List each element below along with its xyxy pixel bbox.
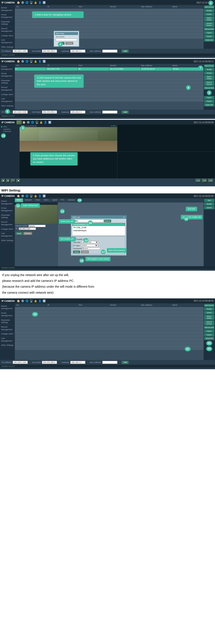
btn4-delete[interactable]: Delete <box>204 206 214 209</box>
btn-add-device[interactable]: Add Device <box>204 5 214 8</box>
sidebar4-group-mgmt[interactable]: Group Management <box>0 206 15 213</box>
ip-address-input[interactable] <box>13 50 28 52</box>
sidebar5-user-mgmt[interactable]: User Management <box>0 336 15 343</box>
btn-1x1[interactable]: 1x1 <box>196 179 201 182</box>
wifi-item-1[interactable]: HomeNetwork_5G <box>72 223 125 226</box>
wifi-password-input[interactable] <box>83 247 100 250</box>
table-row[interactable] <box>15 71 203 74</box>
sidebar4-param-settings[interactable]: Parameter Settings <box>0 213 15 220</box>
icon-monitor-2[interactable]: 🖥️ <box>30 60 33 63</box>
icon-network[interactable]: 🌐 <box>25 1 29 4</box>
btn5-manual-add[interactable]: Manual Add <box>204 326 214 329</box>
table-row[interactable] <box>15 338 203 341</box>
wifi-results-list[interactable]: HomeNetwork_5G TP-LINK_2A4B AndroidHotsp… <box>72 223 125 236</box>
table-row[interactable] <box>15 26 203 29</box>
btn4-modify[interactable]: Modify <box>204 202 214 206</box>
subnet-input[interactable] <box>42 50 57 52</box>
icon-network-2[interactable]: 🌐 <box>25 60 29 63</box>
sidebar-linkage-alarm[interactable]: Linkage Alarm <box>0 34 15 38</box>
icon-person-5[interactable]: 👤 <box>38 299 42 303</box>
sidebar-group-mgmt[interactable]: Group Management <box>0 13 15 20</box>
icon-monitor[interactable]: 🖥️ <box>30 1 33 4</box>
icon-lock-2[interactable]: 🔒 <box>34 60 38 63</box>
add-button[interactable]: Add <box>122 50 129 52</box>
table-row[interactable] <box>15 314 203 317</box>
table-row[interactable] <box>15 317 203 321</box>
icon-settings-4[interactable]: ⚙️ <box>21 194 25 198</box>
table-row[interactable] <box>15 321 203 324</box>
tree-root[interactable]: ▶ area <box>1 126 19 128</box>
sidebar2-user-mgmt[interactable]: User Management <box>0 97 15 104</box>
cancel-button[interactable]: Cancel <box>65 42 73 45</box>
icon-info-2[interactable]: ℹ️ <box>42 60 46 63</box>
icon-monitor-4[interactable]: 🖥️ <box>30 194 33 198</box>
tab-agent[interactable]: Agent <box>50 198 59 202</box>
btn-record[interactable]: ⏺ <box>16 179 21 182</box>
btn2-export[interactable]: Export <box>204 100 214 103</box>
table-row[interactable] <box>15 33 203 36</box>
btn5-import[interactable]: Import <box>204 330 214 333</box>
btn-play[interactable]: ▶ <box>2 179 5 182</box>
sidebar4-record-mgmt[interactable]: Record Management <box>0 220 15 227</box>
btn5-add-device[interactable]: Add Device <box>204 304 214 307</box>
table-row[interactable] <box>15 29 203 33</box>
sidebar5-device-mgmt[interactable]: Device Management <box>0 304 15 311</box>
gateway2-input[interactable] <box>70 110 85 114</box>
icon-info-3[interactable]: ℹ️ <box>48 120 52 124</box>
btn2-batch-delete[interactable]: Batch Delete <box>204 75 214 80</box>
icon-person-2[interactable]: 👤 <box>38 60 42 63</box>
table-row[interactable] <box>15 307 203 310</box>
table-row-camera[interactable]: 1 196.168.2.108 80 V2.3.3.31739b1 14:4F:… <box>15 68 203 71</box>
btn2-delete[interactable]: Delete <box>204 72 214 75</box>
btn-export[interactable]: Export <box>204 35 214 38</box>
wifi-ip-input[interactable] <box>19 228 36 230</box>
icon-home-3[interactable]: 🏠 <box>22 120 26 124</box>
ip2-input[interactable] <box>13 110 28 114</box>
table-row[interactable] <box>15 328 203 331</box>
icon-person-3[interactable]: 👤 <box>44 120 48 124</box>
btn5-modify[interactable]: Modify <box>204 308 214 310</box>
btn-3x3[interactable]: 3x3 <box>208 179 213 182</box>
btn-select-all[interactable]: Select All <box>204 38 214 42</box>
sidebar-user-mgmt[interactable]: User Management <box>0 38 15 45</box>
icon-monitor-3[interactable]: 🖥️ <box>35 120 39 124</box>
mac2-input[interactable] <box>102 110 117 114</box>
btn-batch-delete[interactable]: Batch Delete <box>204 16 214 22</box>
device-name-input[interactable] <box>28 225 46 227</box>
tree-child[interactable]: Camera2 <box>1 130 19 132</box>
btn2-search[interactable]: Search Device <box>204 81 214 86</box>
btn2-import[interactable]: Import <box>204 96 214 99</box>
sidebar2-group-mgmt[interactable]: Group Management <box>0 72 15 78</box>
btn-stop[interactable]: ■ <box>6 179 10 182</box>
sidebar2-record-mgmt[interactable]: Record Management <box>0 86 15 92</box>
icon-lock-5[interactable]: 🔒 <box>34 299 38 303</box>
btn-delete[interactable]: Delete <box>204 13 214 16</box>
table-row[interactable] <box>15 334 203 338</box>
area-name-input[interactable] <box>56 39 77 41</box>
btn2-select-all[interactable]: Select All <box>204 103 214 106</box>
btn2-modify[interactable]: Modify <box>204 68 214 71</box>
icon-network-5[interactable]: 🌐 <box>25 299 29 303</box>
wifi-item-2[interactable]: TP-LINK_2A4B <box>72 226 125 229</box>
icon-person[interactable]: 👤 <box>38 1 42 4</box>
sidebar2-other-settings[interactable]: Other Settings <box>0 104 15 108</box>
tab-basic[interactable]: Basic <box>15 198 23 202</box>
sidebar5-group-mgmt[interactable]: Group Management <box>0 311 15 318</box>
btn4-add[interactable]: Add <box>204 199 214 202</box>
area-dialog[interactable]: New Area Area Name: OK Cancel <box>54 31 79 47</box>
table-row[interactable] <box>15 310 203 314</box>
table-row[interactable] <box>15 345 203 348</box>
btn5-export[interactable]: Export <box>204 333 214 336</box>
icon-network-3[interactable]: 🌐 <box>31 120 35 124</box>
icon-settings-5[interactable]: ⚙️ <box>21 299 25 303</box>
btn-wifi-cancel[interactable]: Cancel <box>81 250 89 253</box>
icon-settings[interactable]: ⚙️ <box>21 1 25 4</box>
table-row[interactable] <box>15 88 203 92</box>
gateway-input[interactable] <box>70 50 85 52</box>
icon-settings-2[interactable]: ⚙️ <box>21 60 25 63</box>
tab-ptz[interactable]: PTZ <box>59 198 66 202</box>
icon-info[interactable]: ℹ️ <box>42 1 46 4</box>
tab-network[interactable]: Network <box>23 198 34 202</box>
sidebar2-device-mgmt[interactable]: Device Management <box>0 64 15 72</box>
icon-lock-4[interactable]: 🔒 <box>34 194 38 198</box>
